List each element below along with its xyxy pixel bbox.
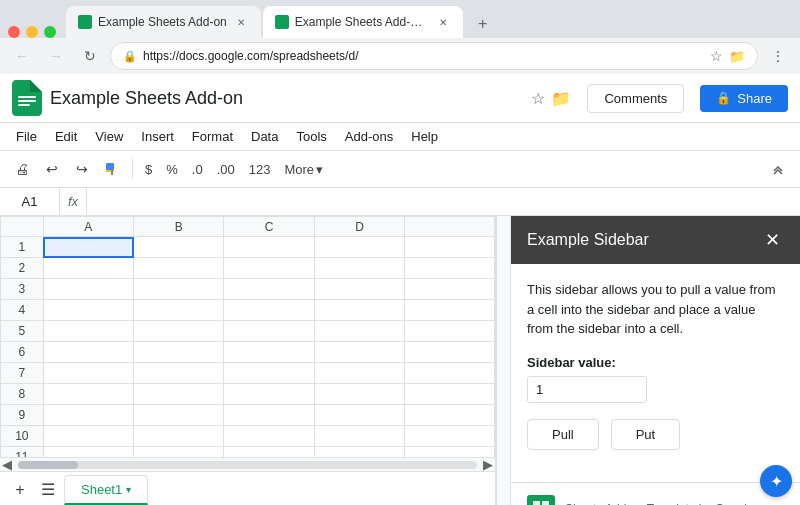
reload-button[interactable]: ↻ <box>76 42 104 70</box>
decimal-more-button[interactable]: .00 <box>211 160 241 179</box>
cell-D2[interactable] <box>314 258 404 279</box>
put-button[interactable]: Put <box>611 419 681 450</box>
h-scroll-thumb[interactable] <box>18 461 78 469</box>
cell-reference[interactable]: A1 <box>0 188 60 215</box>
tab-close-1[interactable]: ✕ <box>233 14 249 30</box>
cell-E1[interactable] <box>405 237 495 258</box>
star-icon[interactable]: ☆ <box>710 48 723 64</box>
sidebar-close-button[interactable]: ✕ <box>760 228 784 252</box>
cell-A4[interactable] <box>43 300 133 321</box>
browser-tab-2[interactable]: Example Sheets Add-on - Goo... ✕ <box>263 6 463 38</box>
cell-B10[interactable] <box>134 426 224 447</box>
share-button[interactable]: 🔒 Share <box>700 85 788 112</box>
cell-E9[interactable] <box>405 405 495 426</box>
folder-icon[interactable]: 📁 <box>729 49 745 64</box>
cell-B11[interactable] <box>134 447 224 458</box>
print-button[interactable]: 🖨 <box>8 155 36 183</box>
menu-format[interactable]: Format <box>184 125 241 148</box>
cell-A2[interactable] <box>43 258 133 279</box>
cell-C2[interactable] <box>224 258 314 279</box>
cell-A1[interactable] <box>43 237 133 258</box>
browser-more-button[interactable]: ⋮ <box>764 42 792 70</box>
cell-A7[interactable] <box>43 363 133 384</box>
cell-A8[interactable] <box>43 384 133 405</box>
cell-C3[interactable] <box>224 279 314 300</box>
cell-C8[interactable] <box>224 384 314 405</box>
cell-E11[interactable] <box>405 447 495 458</box>
sheet-table-wrapper[interactable]: A B C D 12345678910111213 <box>0 216 495 457</box>
cell-C7[interactable] <box>224 363 314 384</box>
cell-D10[interactable] <box>314 426 404 447</box>
cell-D7[interactable] <box>314 363 404 384</box>
cell-C1[interactable] <box>224 237 314 258</box>
cell-C5[interactable] <box>224 321 314 342</box>
cell-A11[interactable] <box>43 447 133 458</box>
fullscreen-window-button[interactable] <box>44 26 56 38</box>
cell-E7[interactable] <box>405 363 495 384</box>
cell-D4[interactable] <box>314 300 404 321</box>
cell-E10[interactable] <box>405 426 495 447</box>
cell-A3[interactable] <box>43 279 133 300</box>
cell-B4[interactable] <box>134 300 224 321</box>
sheet-tab-sheet1[interactable]: Sheet1 ▾ <box>64 475 148 505</box>
cell-C4[interactable] <box>224 300 314 321</box>
cell-D5[interactable] <box>314 321 404 342</box>
currency-button[interactable]: $ <box>139 160 158 179</box>
col-header-c[interactable]: C <box>224 217 314 237</box>
col-header-b[interactable]: B <box>134 217 224 237</box>
cell-B7[interactable] <box>134 363 224 384</box>
browser-tab-1[interactable]: Example Sheets Add-on ✕ <box>66 6 261 38</box>
cell-C6[interactable] <box>224 342 314 363</box>
number-format-button[interactable]: 123 <box>243 160 277 179</box>
undo-button[interactable]: ↩ <box>38 155 66 183</box>
close-window-button[interactable] <box>8 26 20 38</box>
formula-input[interactable] <box>87 194 800 209</box>
cell-D1[interactable] <box>314 237 404 258</box>
h-scroll-track[interactable] <box>18 461 477 469</box>
cell-E8[interactable] <box>405 384 495 405</box>
cell-B3[interactable] <box>134 279 224 300</box>
folder-title-icon[interactable]: 📁 <box>551 89 571 108</box>
h-scrollbar[interactable]: ◀ ▶ <box>0 457 495 471</box>
cell-A9[interactable] <box>43 405 133 426</box>
more-button[interactable]: More ▾ <box>278 160 329 179</box>
collapse-toolbar-button[interactable] <box>764 155 792 183</box>
sheets-menu-button[interactable]: ☰ <box>36 478 60 502</box>
v-scrollbar[interactable] <box>496 216 510 505</box>
cell-E2[interactable] <box>405 258 495 279</box>
menu-help[interactable]: Help <box>403 125 446 148</box>
add-sheet-button[interactable]: + <box>8 478 32 502</box>
scroll-left-button[interactable]: ◀ <box>0 458 14 472</box>
menu-insert[interactable]: Insert <box>133 125 182 148</box>
cell-C11[interactable] <box>224 447 314 458</box>
menu-tools[interactable]: Tools <box>288 125 334 148</box>
col-header-d[interactable]: D <box>314 217 404 237</box>
cell-D6[interactable] <box>314 342 404 363</box>
forward-button[interactable]: → <box>42 42 70 70</box>
cell-B2[interactable] <box>134 258 224 279</box>
cell-D11[interactable] <box>314 447 404 458</box>
cell-B8[interactable] <box>134 384 224 405</box>
paint-format-button[interactable] <box>98 155 126 183</box>
pull-button[interactable]: Pull <box>527 419 599 450</box>
back-button[interactable]: ← <box>8 42 36 70</box>
sidebar-value-input[interactable] <box>527 376 647 403</box>
decimal-less-button[interactable]: .0 <box>186 160 209 179</box>
minimize-window-button[interactable] <box>26 26 38 38</box>
cell-E4[interactable] <box>405 300 495 321</box>
cell-D8[interactable] <box>314 384 404 405</box>
cell-B6[interactable] <box>134 342 224 363</box>
comments-button[interactable]: Comments <box>587 84 684 113</box>
cell-B9[interactable] <box>134 405 224 426</box>
percent-button[interactable]: % <box>160 160 184 179</box>
cell-C9[interactable] <box>224 405 314 426</box>
menu-view[interactable]: View <box>87 125 131 148</box>
cell-A10[interactable] <box>43 426 133 447</box>
cell-C10[interactable] <box>224 426 314 447</box>
cell-E6[interactable] <box>405 342 495 363</box>
cell-D3[interactable] <box>314 279 404 300</box>
cell-D9[interactable] <box>314 405 404 426</box>
col-header-a[interactable]: A <box>43 217 133 237</box>
menu-file[interactable]: File <box>8 125 45 148</box>
cell-B5[interactable] <box>134 321 224 342</box>
